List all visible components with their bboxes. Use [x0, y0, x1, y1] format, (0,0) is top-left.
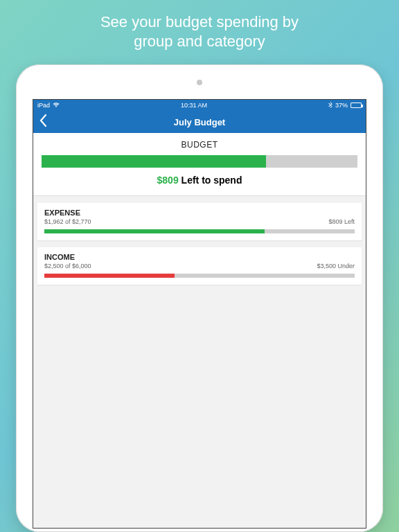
ipad-frame: iPad 10:31 AM 37% [16, 64, 383, 532]
left-amount: $809 [157, 175, 179, 186]
group-progress-bar [44, 229, 355, 233]
status-left: iPad [37, 102, 60, 109]
group-right: $809 Left [328, 218, 355, 225]
group-expense[interactable]: EXPENSE $1,962 of $2,770 $809 Left [37, 203, 362, 240]
budget-progress-bar [42, 155, 357, 168]
group-sub: $1,962 of $2,770 [44, 218, 91, 225]
app-store-promo-bg: See your budget spending by group and ca… [0, 0, 399, 532]
group-title: INCOME [44, 253, 91, 261]
device-label: iPad [37, 102, 50, 109]
back-button[interactable] [39, 114, 47, 131]
status-right: 37% [328, 102, 362, 109]
group-progress-fill [44, 229, 265, 233]
bluetooth-icon [328, 102, 332, 109]
battery-icon [351, 103, 362, 108]
group-progress-fill [44, 274, 175, 278]
budget-summary: BUDGET $809 Left to spend [33, 133, 366, 196]
group-sub: $2,500 of $6,000 [44, 263, 91, 269]
group-title: EXPENSE [44, 209, 91, 217]
group-progress-bar [44, 274, 355, 278]
promo-line-2: group and category [100, 32, 299, 51]
left-text: Left to spend [181, 175, 242, 186]
device-screen: iPad 10:31 AM 37% [33, 99, 366, 529]
group-income[interactable]: INCOME $2,500 of $6,000 $3,500 Under [37, 247, 362, 285]
left-to-spend: $809 Left to spend [39, 175, 360, 186]
promo-text: See your budget spending by group and ca… [100, 12, 299, 51]
nav-bar: July Budget [33, 111, 366, 133]
budget-progress-fill [42, 155, 266, 168]
wifi-icon [53, 102, 60, 109]
page-title: July Budget [174, 117, 225, 127]
budget-label: BUDGET [39, 140, 360, 150]
status-time: 10:31 AM [181, 102, 207, 109]
battery-pct: 37% [335, 102, 348, 109]
group-right: $3,500 Under [317, 263, 355, 269]
status-bar: iPad 10:31 AM 37% [33, 100, 366, 111]
promo-line-1: See your budget spending by [100, 12, 299, 32]
